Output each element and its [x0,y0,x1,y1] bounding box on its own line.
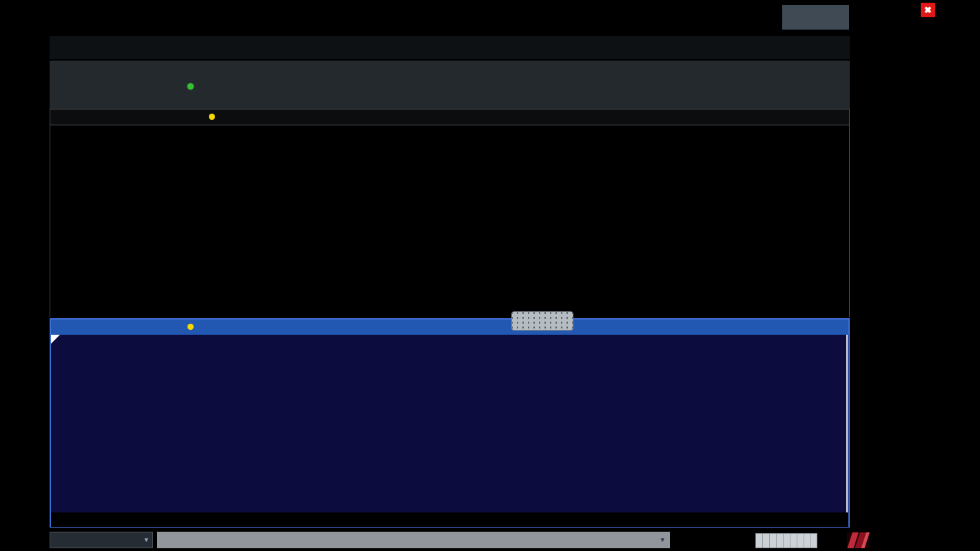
channel-tab-bar [50,36,850,59]
trace-color-dot [209,114,215,120]
chevron-down-icon: ▾ [144,535,148,544]
persistence-trace-canvas[interactable] [50,125,848,302]
spectrogram-footer [51,512,848,527]
rs-logo [847,532,870,548]
status-message-combo[interactable]: ▾ [157,532,670,548]
screenshot-button[interactable] [782,5,849,30]
persistence-color-scale [282,110,849,124]
window-splitter-grip[interactable] [511,311,573,331]
focus-corner-marker [51,335,60,344]
chevron-down-icon: ▾ [660,535,664,544]
spectrogram-window [50,318,850,528]
spectrogram-scrollbar[interactable] [846,335,848,512]
softkey-menu [855,0,932,529]
settings-header[interactable] [50,61,850,109]
persistence-footer [50,302,849,317]
progress-bar [755,533,817,548]
spectrogram-canvas[interactable] [51,335,848,512]
trace-color-dot [187,324,194,330]
persistence-spectrum-window [50,109,850,317]
persistence-plot-area[interactable] [50,125,849,302]
spectrogram-plot-area[interactable] [51,335,848,512]
swt-status-led [187,83,194,90]
status-dropdown[interactable]: ▾ [50,532,153,548]
persistence-window-header[interactable] [50,110,849,125]
close-menu-button[interactable]: ✖ [921,3,935,17]
spectrogram-window-header[interactable] [51,320,848,335]
analyzer-screen: ▾ [0,0,980,551]
status-bar: ▾ ▾ [0,529,980,551]
